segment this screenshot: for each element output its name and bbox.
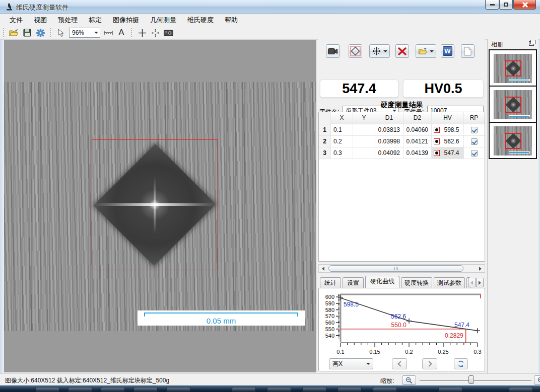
measurement-rectangle[interactable] [92,139,218,270]
maximize-button[interactable] [499,0,513,10]
thumbnail-3[interactable] [490,123,536,159]
menu-preprocess[interactable]: 预处理 [52,14,83,26]
row-index: 2 [319,136,331,147]
menu-view[interactable]: 视图 [28,14,52,26]
chevron-down-icon [366,363,370,365]
image-viewport[interactable]: 0.05 mm [4,40,316,372]
scrollbar-track[interactable] [327,265,476,272]
center-target-button[interactable] [149,27,161,38]
measurement-rectangle [505,133,521,149]
col-d1[interactable]: D1 [375,112,403,124]
arrow-left-icon [322,267,324,271]
axis-select[interactable]: 画X [329,358,373,369]
refresh-button[interactable] [454,358,468,369]
table-row[interactable]: 1 0.1 0.03813 0.04060 598.5 [319,124,485,136]
album-thumbnails [489,49,537,159]
measure-tool-button[interactable] [102,27,114,38]
menu-vickers-hardness[interactable]: 维氏硬度 [182,14,219,26]
gear-icon [36,29,45,37]
save-button[interactable] [21,27,33,38]
next-point-button[interactable] [422,358,437,369]
specimen-image: 0.05 mm [4,82,316,331]
tab-hardness-conversion[interactable]: 硬度转换 [401,277,432,288]
measurement-rectangle [505,97,521,113]
zoom-combobox[interactable]: 96% [69,28,100,38]
tab-settings[interactable]: 设置 [343,277,364,288]
table-row[interactable]: 2 0.2 0.03998 0.04121 562.6 [319,136,485,147]
new-document-button[interactable] [461,44,475,58]
settings-button[interactable] [34,27,46,38]
tab-scroll-right-button[interactable] [476,278,484,287]
capture-button[interactable] [162,27,174,38]
tab-scroll-left-button[interactable] [468,278,476,287]
close-button[interactable] [513,0,536,10]
open-result-button[interactable] [416,44,436,58]
col-d2[interactable]: D2 [403,112,432,124]
word-report-button[interactable]: W [441,44,454,58]
zoom-slider-handle[interactable] [468,375,474,384]
scrollbar-thumb[interactable] [328,265,463,272]
crosshair-tool-button[interactable] [136,27,148,38]
col-x[interactable]: X [331,112,353,124]
cell-hv: 547.4 [432,147,464,159]
svg-text:547.4: 547.4 [454,322,469,329]
table-row-selected[interactable]: 3 0.3 0.04092 0.04139 547.4 [319,147,485,159]
tab-test-params[interactable]: 测试参数 [434,277,465,288]
tab-strip: 统计 设置 硬化曲线 硬度转换 测试参数 [318,276,485,288]
col-rp[interactable]: RP [464,112,484,124]
scroll-right-button[interactable] [476,265,485,272]
delete-x-icon [398,47,407,55]
magnifier-minus-icon [406,377,413,384]
zoom-dropdown-button[interactable] [92,28,100,37]
pointer-tool-button[interactable] [55,27,67,38]
tab-statistics[interactable]: 统计 [320,277,341,288]
rp-checkbox[interactable] [471,127,478,133]
menu-file[interactable]: 文件 [4,14,28,26]
scale-bar-bracket [144,312,298,317]
album-panel: 相册 [487,39,538,373]
center-target-icon [151,29,160,37]
svg-text:0.1: 0.1 [336,349,344,355]
table-hscrollbar[interactable] [318,264,485,273]
axis-select-dropdown[interactable] [364,363,373,365]
scroll-left-button[interactable] [319,265,327,272]
arrow-right-icon [479,267,482,271]
menu-geometry-measure[interactable]: 几何测量 [145,14,182,26]
col-hv[interactable]: HV [432,112,464,124]
ruler-icon [103,30,113,36]
col-y[interactable]: Y [353,112,375,124]
menu-image-capture[interactable]: 图像拍摄 [107,14,145,26]
indent-detect-button[interactable] [349,44,362,58]
maximize-icon [504,3,508,7]
cell-y [353,124,375,135]
row-index: 1 [319,124,331,135]
float-panel-icon[interactable] [529,41,534,46]
video-capture-button[interactable] [326,44,340,58]
measurement-rectangle [505,60,521,76]
delete-button[interactable] [395,44,409,58]
menu-calibration[interactable]: 标定 [83,14,107,26]
cell-d2: 0.04139 [403,147,432,159]
video-camera-icon [328,48,337,54]
zoom-in-button[interactable] [534,375,540,385]
tab-hardening-curve[interactable]: 硬化曲线 [365,276,399,288]
svg-text:580: 580 [325,307,334,313]
rp-checkbox[interactable] [471,150,478,156]
close-icon [522,2,528,8]
prev-point-button[interactable] [392,358,407,369]
rp-checkbox[interactable] [471,138,478,145]
zoom-out-button[interactable] [402,375,416,385]
thumbnail-image [494,90,532,119]
open-file-button[interactable] [8,27,20,38]
camera-icon [164,30,173,36]
cell-x: 0.3 [331,147,353,159]
menu-help[interactable]: 帮助 [219,14,243,26]
zoom-slider-track[interactable] [420,380,531,381]
axis-select-value: 画X [329,360,364,368]
thumbnail-2[interactable] [490,87,536,123]
text-tool-button[interactable]: A [115,27,127,38]
minimize-button[interactable] [485,0,499,10]
move-point-button[interactable] [369,44,390,58]
thumbnail-1[interactable] [490,50,536,87]
chevron-down-icon [94,32,98,34]
